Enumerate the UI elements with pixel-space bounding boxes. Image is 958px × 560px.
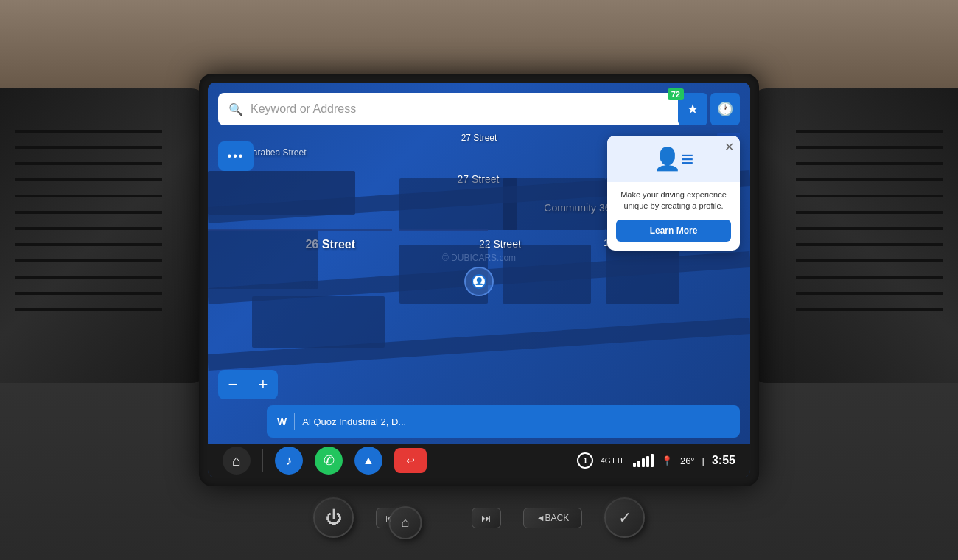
map-area[interactable]: 🔍 Keyword or Address ★ 🕐 72 27 Street In…: [208, 83, 750, 444]
current-position-marker: 👤: [464, 267, 494, 296]
time-label: 3:55: [712, 454, 735, 467]
popup-profile-icon: 👤≡: [654, 146, 694, 172]
next-track-button[interactable]: ⏭: [472, 508, 501, 528]
zoom-out-button[interactable]: −: [218, 370, 248, 399]
svg-rect-2: [252, 296, 385, 348]
menu-button[interactable]: •••: [218, 141, 254, 171]
status-right: 1 4G LTE 📍 26° | 3:55: [577, 452, 735, 469]
zoom-in-button[interactable]: +: [248, 370, 278, 399]
location-text: Al Quoz Industrial 2, D...: [302, 416, 730, 427]
nav-status-button[interactable]: ▲: [354, 447, 382, 475]
bottom-controls: ⏻ ⏮ ⏭ ◄BACK ✓: [147, 497, 811, 538]
phone-status-button[interactable]: ✆: [315, 447, 343, 475]
power-button[interactable]: ⏻: [313, 497, 354, 538]
zoom-controls: − +: [218, 370, 278, 399]
signal-bar-3: [642, 458, 645, 467]
home-status-button[interactable]: ⌂: [223, 447, 251, 475]
back-button[interactable]: ◄BACK: [523, 508, 582, 528]
search-placeholder: Keyword or Address: [251, 102, 674, 116]
signal-bars: [633, 454, 654, 467]
location-divider: [294, 413, 295, 430]
temperature-label: 26°: [680, 455, 695, 466]
search-bar[interactable]: 🔍 Keyword or Address: [218, 93, 684, 125]
4g-lte-label: 4G LTE: [601, 457, 626, 465]
signal-bar-5: [651, 454, 654, 467]
signal-bar-4: [646, 456, 649, 467]
profile-popup: ✕ 👤≡ Make your driving experience unique…: [607, 136, 740, 251]
popup-icon-area: 👤≡: [607, 136, 740, 182]
screen-bezel: 🔍 Keyword or Address ★ 🕐 72 27 Street In…: [199, 74, 759, 486]
top-right-buttons: ★ 🕐: [678, 93, 740, 125]
speed-badge: 72: [668, 88, 684, 100]
left-vent: [0, 88, 206, 383]
signal-bar-1: [633, 463, 636, 467]
location-direction: W: [277, 416, 287, 427]
svg-rect-1: [208, 230, 318, 289]
home-hw-button[interactable]: ⌂: [389, 506, 422, 539]
popup-description: Make your driving experience unique by c…: [607, 182, 740, 220]
recent-button[interactable]: 🕐: [710, 93, 740, 125]
search-icon: 🔍: [228, 102, 243, 116]
location-bar[interactable]: W Al Quoz Industrial 2, D...: [267, 405, 740, 438]
popup-close-button[interactable]: ✕: [724, 140, 734, 154]
check-button[interactable]: ✓: [604, 497, 645, 538]
location-pin-icon: 📍: [661, 455, 673, 466]
signal-bar-2: [637, 461, 640, 467]
right-vent: [752, 88, 958, 383]
music-status-button[interactable]: ♪: [275, 447, 303, 475]
divider-bar: |: [702, 455, 704, 466]
circle-num: 1: [577, 452, 593, 469]
status-bar: ⌂ ♪ ✆ ▲ ↩ 1 4G LTE: [208, 444, 750, 477]
status-divider-1: [262, 449, 263, 472]
learn-more-button[interactable]: Learn More: [616, 220, 731, 242]
industrial-label: 27 Street: [461, 133, 497, 143]
main-screen: 🔍 Keyword or Address ★ 🕐 72 27 Street In…: [208, 83, 750, 477]
car-interior: 🔍 Keyword or Address ★ 🕐 72 27 Street In…: [0, 0, 958, 560]
back-status-button[interactable]: ↩: [394, 448, 427, 473]
